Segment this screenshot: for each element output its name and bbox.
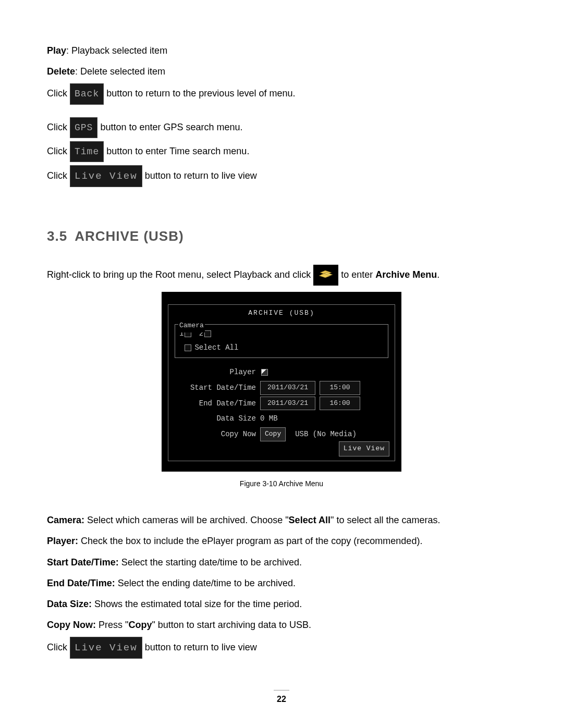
def-copy-t2: " button to start archiving data to USB. xyxy=(152,620,311,630)
select-all-checkbox[interactable] xyxy=(185,344,191,351)
archive-menu-figure: ARCHIVE (USB) Camera 1 2 Select All Play… xyxy=(47,292,516,490)
section-heading: 3.5ARCHIVE (USB) xyxy=(47,224,516,249)
start-label: Start Date/Time xyxy=(178,381,260,395)
delete-label: Delete xyxy=(47,66,75,77)
def-camera-t: Select which cameras will be archived. C… xyxy=(84,515,289,525)
def-end: End Date/Time: Select the ending date/ti… xyxy=(47,574,516,592)
live-after: button to return to live view xyxy=(145,170,257,181)
end-date-field[interactable]: 2011/03/21 xyxy=(260,397,315,411)
section-number: 3.5 xyxy=(47,228,67,244)
def-start-b: Start Date/Time: xyxy=(47,557,119,567)
start-date-field[interactable]: 2011/03/21 xyxy=(260,381,315,395)
intro-post-c: . xyxy=(437,269,439,280)
def-camera-b: Camera: xyxy=(47,515,84,525)
figure-caption: Figure 3-10 Archive Menu xyxy=(47,477,516,491)
def-copy-b: Copy Now: xyxy=(47,620,96,630)
def-copy-btn: Copy xyxy=(128,620,152,630)
end-time-field[interactable]: 16:00 xyxy=(320,397,360,411)
usb-status: USB (No Media) xyxy=(295,427,357,441)
def-player-t: Check the box to include the ePlayer pro… xyxy=(78,536,422,546)
gps-line: Click GPS button to enter GPS search men… xyxy=(47,117,516,138)
def-player: Player: Check the box to include the ePl… xyxy=(47,532,516,550)
def-live-after: button to return to live view xyxy=(145,642,257,652)
def-camera-sa: Select All xyxy=(289,515,331,525)
def-end-b: End Date/Time: xyxy=(47,578,115,588)
copynow-label: Copy Now xyxy=(178,427,260,441)
play-line: Play: Playback selected item xyxy=(47,42,516,59)
def-start-t: Select the starting date/time to be arch… xyxy=(119,557,302,567)
play-text: : Playback selected item xyxy=(66,45,167,56)
section-title: ARCHIVE (USB) xyxy=(75,228,183,244)
time-button-image: Time xyxy=(70,141,104,162)
live-view-button-image: Live View xyxy=(70,165,142,187)
gps-button-image: GPS xyxy=(70,117,97,138)
def-live: Click Live View button to return to live… xyxy=(47,637,516,659)
datasize-label: Data Size xyxy=(178,412,260,426)
live-view-button-image-2: Live View xyxy=(70,637,142,659)
def-size-t: Shows the estimated total size for the t… xyxy=(92,599,302,609)
intro-post-a: to enter xyxy=(341,269,375,280)
def-end-t: Select the ending date/time to be archiv… xyxy=(115,578,296,588)
def-copy: Copy Now: Press "Copy" button to start a… xyxy=(47,616,516,634)
select-all-label: Select All xyxy=(194,343,238,352)
intro-post-b: Archive Menu xyxy=(375,269,437,280)
click-word: Click xyxy=(47,146,70,156)
archive-folder-icon xyxy=(313,265,338,286)
datasize-value: 0 MB xyxy=(260,412,278,426)
def-copy-t1: Press " xyxy=(96,620,128,630)
delete-line: Delete: Delete selected item xyxy=(47,63,516,80)
page-number: 22 xyxy=(274,690,289,707)
intro-line: Right-click to bring up the Root menu, s… xyxy=(47,265,516,286)
copy-button[interactable]: Copy xyxy=(260,427,286,441)
click-word: Click xyxy=(47,121,70,132)
def-camera-t2: " to select all the cameras. xyxy=(331,515,440,525)
def-click: Click xyxy=(47,642,70,652)
def-size-b: Data Size: xyxy=(47,599,92,609)
camera-legend: Camera xyxy=(178,319,205,332)
intro-pre: Right-click to bring up the Root menu, s… xyxy=(47,269,313,280)
play-label: Play xyxy=(47,45,66,56)
gps-after: button to enter GPS search menu. xyxy=(100,121,242,132)
start-time-field[interactable]: 15:00 xyxy=(320,381,360,395)
time-after: button to enter Time search menu. xyxy=(106,146,249,156)
click-word: Click xyxy=(47,88,70,98)
end-label: End Date/Time xyxy=(178,397,260,411)
dvr-window: ARCHIVE (USB) Camera 1 2 Select All Play… xyxy=(162,292,401,471)
player-checkbox[interactable] xyxy=(261,369,268,376)
live-view-button[interactable]: Live View xyxy=(339,441,389,456)
time-line: Click Time button to enter Time search m… xyxy=(47,141,516,162)
def-player-b: Player: xyxy=(47,536,78,546)
def-start: Start Date/Time: Select the starting dat… xyxy=(47,553,516,571)
back-line: Click Back button to return to the previ… xyxy=(47,83,516,104)
camera-group: Camera 1 2 Select All xyxy=(175,324,388,358)
def-camera: Camera: Select which cameras will be arc… xyxy=(47,511,516,529)
def-size: Data Size: Shows the estimated total siz… xyxy=(47,595,516,613)
back-button-image: Back xyxy=(70,83,104,104)
dvr-title: ARCHIVE (USB) xyxy=(175,307,388,320)
delete-text: : Delete selected item xyxy=(75,66,165,77)
cam2-checkbox[interactable] xyxy=(204,330,211,337)
back-after: button to return to the previous level o… xyxy=(106,88,295,98)
live-line: Click Live View button to return to live… xyxy=(47,165,516,187)
click-word: Click xyxy=(47,170,70,181)
player-label: Player xyxy=(178,365,260,379)
